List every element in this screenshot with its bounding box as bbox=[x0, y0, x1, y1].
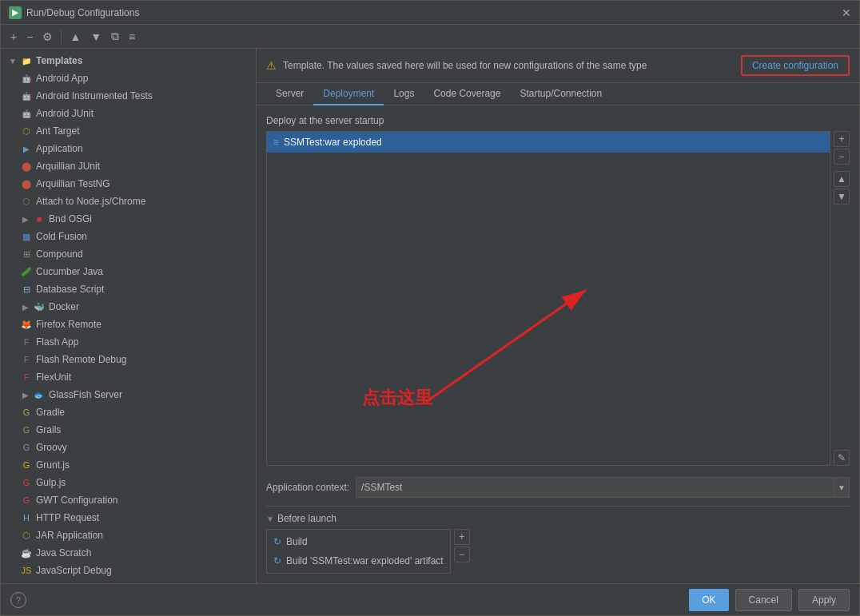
tree-item-label: Android App bbox=[36, 73, 88, 84]
tree-item-label: JavaScript Debug bbox=[36, 565, 112, 576]
tree-item-java-scratch[interactable]: ☕ Java Scratch bbox=[1, 544, 256, 562]
remove-button[interactable]: − bbox=[23, 29, 36, 45]
arquillian-icon: ⬤ bbox=[20, 177, 33, 190]
tree-item-label: Gulp.js bbox=[36, 477, 66, 488]
tree-item-label: Java Scratch bbox=[36, 547, 91, 558]
tree-item-docker[interactable]: ▶ 🐳 Docker bbox=[1, 298, 256, 316]
tree-item-groovy[interactable]: G Groovy bbox=[1, 439, 256, 456]
tab-startup-connection[interactable]: Startup/Connection bbox=[510, 83, 611, 105]
deploy-edit-button[interactable]: ✎ bbox=[834, 450, 850, 466]
tree-item-attach-nodejs[interactable]: ⬡ Attach to Node.js/Chrome bbox=[1, 193, 256, 210]
info-bar: ⚠ Template. The values saved here will b… bbox=[257, 49, 859, 83]
tree-item-android-junit[interactable]: 🤖 Android JUnit bbox=[1, 105, 256, 122]
android-icon: 🤖 bbox=[20, 107, 33, 120]
create-config-button[interactable]: Create configuration bbox=[741, 55, 850, 76]
tree-item-cucumber-java[interactable]: 🥒 Cucumber Java bbox=[1, 263, 256, 280]
move-up-button[interactable]: ▲ bbox=[66, 29, 84, 45]
tree-item-label: Bnd OSGi bbox=[49, 213, 92, 225]
tree-item-flash-app[interactable]: F Flash App bbox=[1, 333, 256, 351]
db-icon: ⊟ bbox=[20, 283, 33, 296]
tree-item-label: Grails bbox=[36, 424, 61, 435]
toolbar: + − ⚙ ▲ ▼ ⧉ ≡ bbox=[1, 25, 859, 49]
tree-item-label: Attach to Node.js/Chrome bbox=[36, 196, 145, 207]
tree-item-compound[interactable]: ⊞ Compound bbox=[1, 245, 256, 263]
tree-item-bnd-osgi[interactable]: ▶ ■ Bnd OSGi bbox=[1, 210, 256, 228]
run-debug-dialog: ▶ Run/Debug Configurations ✕ + − ⚙ ▲ ▼ ⧉… bbox=[0, 0, 860, 616]
deploy-scroll-down-button[interactable]: ▼ bbox=[834, 189, 850, 205]
tree-item-http-request[interactable]: H HTTP Request bbox=[1, 509, 256, 527]
tab-content: Deploy at the server startup ≡ SSMTest:w… bbox=[257, 105, 859, 583]
context-label: Application context: bbox=[266, 482, 349, 493]
tree-item-arquillian-testng[interactable]: ⬤ Arquillian TestNG bbox=[1, 175, 256, 193]
tab-logs[interactable]: Logs bbox=[384, 83, 424, 105]
deploy-section: Deploy at the server startup ≡ SSMTest:w… bbox=[266, 115, 850, 466]
deploy-list-empty bbox=[267, 153, 830, 465]
tree-item-label: GWT Configuration bbox=[36, 495, 118, 506]
tree-item-gruntjs[interactable]: G Grunt.js bbox=[1, 456, 256, 474]
before-launch-item-build[interactable]: ↻ Build bbox=[267, 533, 450, 550]
tree-item-gwt[interactable]: G GWT Configuration bbox=[1, 491, 256, 509]
android-icon: 🤖 bbox=[20, 89, 33, 102]
tree-item-glassfish[interactable]: ▶ 🐟 GlassFish Server bbox=[1, 386, 256, 403]
deploy-list-item[interactable]: ≡ SSMTest:war exploded bbox=[267, 132, 830, 153]
sort-button[interactable]: ≡ bbox=[125, 29, 138, 45]
tree-item-label: Application bbox=[36, 143, 83, 154]
before-launch-add-button[interactable]: + bbox=[454, 529, 470, 545]
tree-item-android-instrumented[interactable]: 🤖 Android Instrumented Tests bbox=[1, 87, 256, 105]
tree-item-ant-target[interactable]: ⬡ Ant Target bbox=[1, 122, 256, 140]
dialog-icon: ▶ bbox=[9, 6, 22, 19]
tree-item-application[interactable]: ▶ Application bbox=[1, 140, 256, 157]
flash-icon: F bbox=[20, 336, 33, 348]
tree-item-gradle[interactable]: G Gradle bbox=[1, 403, 256, 421]
bottom-bar: ? OK Cancel Apply bbox=[1, 583, 859, 615]
java-icon: ☕ bbox=[20, 546, 33, 559]
tree-item-flexunit[interactable]: F FlexUnit bbox=[1, 368, 256, 386]
deploy-remove-button[interactable]: − bbox=[834, 149, 850, 165]
copy-button[interactable]: ⧉ bbox=[108, 28, 122, 45]
move-down-button[interactable]: ▼ bbox=[87, 29, 105, 45]
tree-item-arquillian-junit[interactable]: ⬤ Arquillian JUnit bbox=[1, 157, 256, 175]
tree-item-label: Gradle bbox=[36, 407, 65, 418]
main-content: ▼ 📁 Templates 🤖 Android App 🤖 Android In… bbox=[1, 49, 859, 583]
cancel-button[interactable]: Cancel bbox=[735, 589, 792, 611]
before-launch-remove-button[interactable]: − bbox=[454, 546, 470, 562]
groovy-icon: G bbox=[20, 441, 33, 454]
deploy-add-button[interactable]: + bbox=[834, 131, 850, 147]
close-button[interactable]: ✕ bbox=[842, 6, 851, 19]
grails-icon: G bbox=[20, 423, 33, 436]
android-icon: 🤖 bbox=[20, 72, 33, 85]
before-launch-toggle[interactable]: ▼ bbox=[266, 515, 274, 523]
tree-item-jar-app[interactable]: ⬡ JAR Application bbox=[1, 527, 256, 544]
tree-root-item[interactable]: ▼ 📁 Templates bbox=[1, 52, 256, 70]
tree-item-grails[interactable]: G Grails bbox=[1, 421, 256, 439]
settings-button[interactable]: ⚙ bbox=[39, 29, 56, 45]
tree-item-database-script[interactable]: ⊟ Database Script bbox=[1, 280, 256, 298]
tree-item-cold-fusion[interactable]: ▦ Cold Fusion bbox=[1, 228, 256, 245]
tree-item-label: JAR Application bbox=[36, 530, 103, 541]
tree-item-gulpjs[interactable]: G Gulp.js bbox=[1, 474, 256, 491]
tree-root-label: Templates bbox=[36, 55, 82, 66]
cucumber-icon: 🥒 bbox=[20, 265, 33, 278]
app-icon: ▶ bbox=[20, 142, 33, 155]
tab-code-coverage[interactable]: Code Coverage bbox=[424, 83, 510, 105]
before-launch-section: ▼ Before launch ↻ Build ↻ Build 'SSMTest… bbox=[266, 506, 850, 574]
tree-item-firefox-remote[interactable]: 🦊 Firefox Remote bbox=[1, 316, 256, 333]
apply-button[interactable]: Apply bbox=[798, 589, 850, 611]
tree-item-android-app[interactable]: 🤖 Android App bbox=[1, 70, 256, 87]
context-input[interactable] bbox=[356, 482, 834, 493]
deploy-scroll-up-button[interactable]: ▲ bbox=[834, 171, 850, 187]
tree-item-flash-remote[interactable]: F Flash Remote Debug bbox=[1, 351, 256, 368]
add-button[interactable]: + bbox=[7, 29, 20, 45]
context-dropdown-button[interactable]: ▼ bbox=[834, 478, 849, 497]
toolbar-separator-1 bbox=[61, 30, 62, 44]
ok-button[interactable]: OK bbox=[689, 589, 728, 611]
tree-item-label: Android JUnit bbox=[36, 108, 94, 119]
tree-item-js-debug[interactable]: JS JavaScript Debug bbox=[1, 562, 256, 579]
tree-root: ▼ 📁 Templates 🤖 Android App 🤖 Android In… bbox=[1, 49, 256, 583]
before-launch-item-label: Build bbox=[286, 536, 308, 547]
before-launch-item-build-artifact[interactable]: ↻ Build 'SSMTest:war exploded' artifact bbox=[267, 552, 450, 570]
tab-server[interactable]: Server bbox=[266, 83, 313, 105]
before-launch-list: ↻ Build ↻ Build 'SSMTest:war exploded' a… bbox=[266, 529, 451, 574]
help-button[interactable]: ? bbox=[10, 592, 26, 608]
tab-deployment[interactable]: Deployment bbox=[313, 83, 384, 105]
